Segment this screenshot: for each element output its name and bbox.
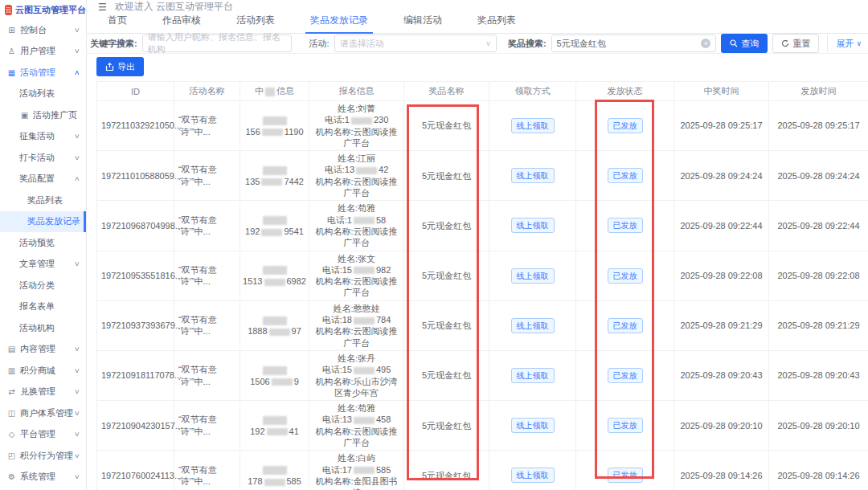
cell-prize-name: 5元现金红包 bbox=[404, 401, 489, 451]
signup-name: 姓名:张文 bbox=[312, 253, 401, 264]
sidebar-item-积分行为管理[interactable]: ◰积分行为管理∨ bbox=[0, 445, 86, 467]
cell-id: 197210953551816... bbox=[97, 251, 174, 300]
cell-prize-name: 5元现金红包 bbox=[404, 350, 489, 400]
reset-button[interactable]: 重置 bbox=[772, 34, 819, 53]
signup-phone: 电话:13458 bbox=[312, 414, 401, 425]
receive-method-badge: 线上领取 bbox=[511, 418, 555, 433]
cell-signup-info: 姓名:张文电话:15982机构名称:云图阅读推广平台 bbox=[309, 251, 404, 300]
keyword-search-label: 关键字搜索: bbox=[90, 38, 137, 50]
cell-receive-method: 线上领取 bbox=[489, 401, 576, 451]
tab-奖品列表[interactable]: 奖品列表 bbox=[460, 14, 534, 33]
sidebar-item-label: 奖品配置 bbox=[19, 173, 55, 185]
sidebar-item-兑换管理[interactable]: ⇄兑换管理∨ bbox=[0, 382, 86, 403]
tab-编辑活动[interactable]: 编辑活动 bbox=[386, 14, 460, 33]
sidebar-item-奖品配置[interactable]: 奖品配置∧ bbox=[0, 169, 86, 190]
sidebar-item-活动机构[interactable]: 活动机构 bbox=[0, 317, 86, 339]
sidebar-item-打卡活动[interactable]: 打卡活动∨ bbox=[0, 147, 86, 169]
sidebar-item-报名表单[interactable]: 报名表单 bbox=[0, 296, 86, 318]
points-mall-icon: ▥ bbox=[6, 366, 17, 375]
redaction-blur bbox=[354, 417, 375, 424]
cell-win-time: 2025-09-28 09:22:44 bbox=[674, 201, 769, 251]
cell-activity-name: “双节有意‘诗’”中... bbox=[174, 300, 240, 350]
cell-send-status: 已发放 bbox=[576, 151, 674, 201]
redaction-blur bbox=[267, 428, 288, 435]
chevron-down-icon: ∨ bbox=[74, 367, 80, 374]
cell-winner-info: 15069 bbox=[240, 350, 309, 400]
merchant-icon: ◫ bbox=[6, 409, 17, 418]
sidebar-item-商户体系管理[interactable]: ◫商户体系管理∨ bbox=[0, 402, 86, 424]
sidebar-item-系统管理[interactable]: ⚙系统管理∨ bbox=[0, 467, 86, 488]
sidebar-item-文章管理[interactable]: 文章管理∨ bbox=[0, 254, 86, 276]
cell-signup-info: 姓名:张丹电话:15495机构名称:乐山市沙湾区青少年宫 bbox=[309, 350, 404, 400]
cell-win-time: 2025-09-28 09:14:26 bbox=[674, 451, 769, 490]
table-body: 197211032921050...“双节有意‘诗’”中...1561190姓名… bbox=[97, 101, 868, 490]
signup-name: 姓名:苟雅 bbox=[312, 402, 401, 414]
sidebar-item-内容管理[interactable]: ▤内容管理∨ bbox=[0, 339, 86, 361]
cell-receive-method: 线上领取 bbox=[489, 251, 576, 300]
sidebar-item-平台管理[interactable]: ◇平台管理∨ bbox=[0, 424, 86, 446]
sidebar-item-活动预览[interactable]: 活动预览 bbox=[0, 232, 86, 254]
prize-search-input[interactable]: 5元现金红包 × bbox=[551, 35, 717, 52]
cell-id: 197211010588059... bbox=[97, 151, 174, 201]
chevron-up-icon: ∧ bbox=[74, 175, 80, 182]
sidebar-item-活动分类[interactable]: 活动分类 bbox=[0, 275, 86, 296]
signup-org: 机构名称:云图阅读推广平台 bbox=[312, 325, 401, 349]
cell-send-time: 2025-09-28 09:20:43 bbox=[769, 350, 868, 400]
table-header-row: ID活动名称中信息报名信息奖品名称领取方式发放状态中奖时间发放时间 bbox=[97, 82, 868, 101]
sidebar-item-征集活动[interactable]: 征集活动∨ bbox=[0, 126, 86, 148]
points-behavior-icon: ◰ bbox=[6, 451, 17, 460]
signup-phone: 电话:158 bbox=[312, 214, 401, 226]
clear-input-icon[interactable]: × bbox=[701, 39, 710, 48]
sidebar-item-活动列表[interactable]: 活动列表 bbox=[0, 84, 86, 105]
signup-org: 机构名称:金阳县图书馆 bbox=[312, 476, 401, 490]
cell-receive-method: 线上领取 bbox=[489, 451, 576, 490]
sidebar-item-活动推广页[interactable]: ▣活动推广页 bbox=[0, 104, 86, 126]
search-button[interactable]: 查询 bbox=[721, 34, 768, 53]
sidebar-item-积分商城[interactable]: ▥积分商城∨ bbox=[0, 360, 86, 382]
sidebar-item-控制台[interactable]: ⊞控制台∨ bbox=[0, 19, 86, 41]
cell-win-time: 2025-09-28 09:21:29 bbox=[674, 300, 769, 350]
sidebar-item-label: 内容管理 bbox=[20, 343, 55, 355]
redaction-blur bbox=[354, 317, 375, 325]
cell-receive-method: 线上领取 bbox=[489, 201, 576, 251]
keyword-search-input[interactable]: 请输入用户昵称、报名信息、报名机构 bbox=[142, 35, 292, 52]
collapse-sidebar-icon[interactable]: ☰ bbox=[98, 2, 107, 13]
cell-send-status: 已发放 bbox=[576, 401, 674, 451]
cell-receive-method: 线上领取 bbox=[489, 300, 576, 350]
cell-activity-name: “双节有意‘诗’”中... bbox=[174, 151, 240, 201]
tab-首页[interactable]: 首页 bbox=[90, 14, 145, 33]
cell-winner-info: 1929541 bbox=[240, 201, 309, 251]
status-badge: 已发放 bbox=[608, 318, 643, 333]
receive-method-badge: 线上领取 bbox=[511, 268, 555, 284]
cell-send-time: 2025-09-28 09:22:44 bbox=[769, 201, 868, 251]
tab-奖品发放记录[interactable]: 奖品发放记录 bbox=[293, 14, 386, 33]
cell-send-time: 2025-09-28 09:21:29 bbox=[769, 300, 868, 350]
activity-placeholder: 请选择活动 bbox=[340, 38, 384, 50]
sidebar-item-用户管理[interactable]: ♙用户管理∨ bbox=[0, 41, 86, 63]
column-header-ID: ID bbox=[97, 82, 174, 101]
sidebar-item-label: 控制台 bbox=[20, 24, 47, 36]
records-table-wrap: ID活动名称中信息报名信息奖品名称领取方式发放状态中奖时间发放时间 197211… bbox=[96, 81, 862, 490]
exchange-icon: ⇄ bbox=[6, 387, 17, 396]
chevron-down-icon: ∨ bbox=[74, 154, 80, 161]
activity-select[interactable]: 请选择活动 ∨ bbox=[334, 35, 497, 52]
status-badge: 已发放 bbox=[608, 118, 643, 133]
column-header-领取方式: 领取方式 bbox=[489, 82, 576, 101]
sidebar-item-奖品发放记录[interactable]: 奖品发放记录 bbox=[0, 211, 86, 233]
cell-send-time: 2025-09-28 09:24:24 bbox=[769, 151, 868, 201]
expand-filters-link[interactable]: 展开 ∨ bbox=[827, 35, 862, 51]
sidebar-item-label: 系统管理 bbox=[20, 471, 55, 483]
redaction-blur bbox=[265, 88, 275, 96]
export-button[interactable]: 导出 bbox=[96, 57, 144, 76]
status-badge: 已发放 bbox=[608, 168, 643, 183]
redaction-blur bbox=[264, 279, 285, 286]
redaction-blur bbox=[354, 367, 375, 374]
tab-活动列表[interactable]: 活动列表 bbox=[219, 14, 293, 33]
cell-signup-info: 姓名:江丽电话:1342机构名称:云图阅读推广平台 bbox=[309, 151, 404, 201]
tab-作品审核[interactable]: 作品审核 bbox=[145, 14, 219, 33]
sidebar-item-label: 积分行为管理 bbox=[20, 450, 73, 462]
signup-name: 姓名:白屿 bbox=[312, 452, 401, 463]
redaction-blur bbox=[263, 366, 287, 375]
sidebar-item-奖品列表[interactable]: 奖品列表 bbox=[0, 190, 86, 211]
sidebar-item-活动管理[interactable]: ▦活动管理∧ bbox=[0, 62, 86, 84]
